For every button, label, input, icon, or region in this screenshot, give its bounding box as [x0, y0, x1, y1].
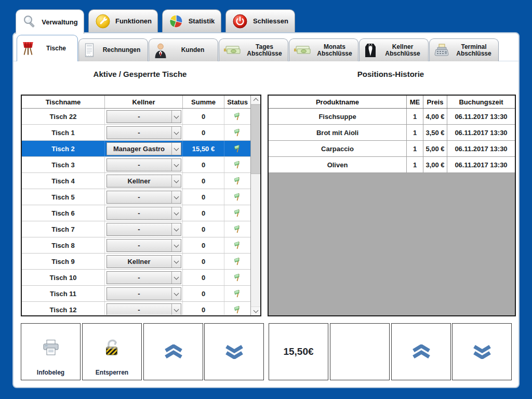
dropdown-arrow-button[interactable] [171, 288, 181, 300]
entsperren-button[interactable]: Entsperren [82, 323, 142, 380]
flag-icon [233, 257, 242, 266]
table-row-tisch-9[interactable]: Tisch 9Kellner0 [22, 254, 250, 270]
sub-tab-terminal-abschlusse[interactable]: TerminalAbschlüsse [429, 38, 499, 61]
right-section-title: Positions-Historie [268, 70, 514, 78]
kellner-dropdown[interactable]: - [107, 110, 181, 123]
kellner-dropdown[interactable]: - [107, 271, 181, 284]
sub-tab-rechnungen[interactable]: Rechnungen [78, 38, 148, 61]
kellner-dropdown[interactable]: - [107, 303, 181, 315]
dropdown-arrow-button[interactable] [171, 127, 181, 139]
table-row-tisch-4[interactable]: Tisch 4Kellner0 [22, 173, 250, 189]
column-header-preis: Preis [423, 96, 447, 108]
dropdown-arrow-button[interactable] [171, 159, 181, 171]
table-row-tisch-22[interactable]: Tisch 22-0 [22, 109, 250, 125]
dropdown-arrow-button[interactable] [171, 240, 181, 251]
kellner-dropdown-value: - [107, 113, 171, 121]
sub-tab-kunden[interactable]: Kunden [149, 38, 218, 61]
tischname-cell: Tisch 1 [22, 125, 105, 140]
main-tab-schliessen[interactable]: Schliessen [225, 9, 295, 32]
main-tab-verwaltung[interactable]: Verwaltung [16, 9, 84, 34]
tables-grid: TischnameKellnerSummeStatus Tisch 22-0Ti… [21, 95, 261, 316]
table-row-tisch-8[interactable]: Tisch 8-0 [22, 237, 250, 254]
column-header-tischname: Tischname [22, 96, 105, 108]
summe-cell: 0 [183, 254, 224, 269]
kellner-dropdown[interactable]: - [107, 191, 181, 204]
history-row-brot-mit-aioli[interactable]: Brot mit Aioli13,50 €06.11.2017 13:30 [269, 125, 515, 141]
kellner-cell: Manager Gastro [105, 141, 183, 156]
sub-tab-label: TerminalAbschlüsse [453, 44, 495, 57]
scrollbar-thumb[interactable] [251, 104, 260, 174]
chevron-down-icon [174, 145, 179, 151]
dropdown-arrow-button[interactable] [171, 175, 181, 187]
table-row-tisch-6[interactable]: Tisch 6-0 [22, 205, 250, 221]
kellner-dropdown-value: - [107, 209, 171, 217]
dropdown-arrow-button[interactable] [171, 191, 181, 203]
kellner-dropdown-value: - [107, 193, 171, 201]
status-cell [224, 205, 250, 221]
scrollbar-up-button[interactable] [251, 96, 260, 104]
kellner-cell: Kellner [105, 173, 183, 189]
chevron-down-icon [174, 162, 179, 167]
table-icon [21, 41, 35, 56]
chevron-down-icon [174, 226, 179, 231]
kellner-dropdown-value: Kellner [107, 258, 171, 265]
tables-scroll-down-button[interactable] [204, 323, 264, 380]
table-row-tisch-3[interactable]: Tisch 3-0 [22, 157, 250, 173]
tables-scrollbar[interactable] [250, 96, 260, 315]
dropdown-arrow-button[interactable] [171, 272, 181, 284]
dropdown-arrow-button[interactable] [171, 256, 181, 268]
kellner-dropdown[interactable]: - [107, 287, 181, 300]
main-tab-funktionen[interactable]: Funktionen [88, 9, 158, 32]
printer-icon [42, 339, 60, 356]
sub-tab-monats-abschlusse[interactable]: MonatsAbschlüsse [289, 38, 358, 61]
kellner-dropdown[interactable]: - [107, 126, 181, 139]
table-row-tisch-10[interactable]: Tisch 10-0 [22, 270, 250, 286]
kellner-cell: Kellner [105, 254, 183, 269]
history-scroll-up-button[interactable] [391, 323, 451, 380]
table-row-tisch-5[interactable]: Tisch 5-0 [22, 189, 250, 205]
tables-scroll-up-button[interactable] [143, 323, 203, 380]
position-history-grid: ProduktnameMEPreisBuchungszeit Fischsupp… [268, 95, 516, 316]
table-row-tisch-2[interactable]: Tisch 2Manager Gastro15,50 € [22, 141, 250, 157]
status-cell [224, 109, 250, 124]
kellner-dropdown[interactable]: - [107, 239, 181, 252]
dropdown-arrow-button[interactable] [171, 143, 181, 155]
kellner-dropdown[interactable]: - [107, 223, 181, 236]
dropdown-arrow-button[interactable] [171, 111, 181, 123]
chevron-down-icon [174, 210, 179, 215]
kellner-dropdown[interactable]: - [107, 158, 181, 171]
table-row-tisch-7[interactable]: Tisch 7-0 [22, 221, 250, 237]
kellner-dropdown[interactable]: Kellner [107, 255, 181, 268]
kellner-dropdown[interactable]: Kellner [107, 175, 181, 188]
sub-tab-tages-abschlusse[interactable]: TagesAbschlüsse [219, 38, 288, 61]
dropdown-arrow-button[interactable] [171, 304, 181, 315]
status-cell [224, 125, 250, 140]
flag-icon [233, 112, 242, 121]
main-tab-statistik[interactable]: Statistik [162, 9, 221, 32]
chevron-down-icon [174, 129, 179, 135]
status-cell [224, 173, 250, 189]
scrollbar-down-button[interactable] [251, 307, 260, 315]
tischname-cell: Tisch 9 [22, 254, 105, 269]
infobeleg-button[interactable]: Infobeleg [21, 323, 81, 380]
kellner-dropdown-value: - [107, 290, 171, 298]
history-row-carpaccio[interactable]: Carpaccio15,00 €06.11.2017 13:30 [269, 141, 515, 157]
kellner-cell: - [105, 157, 183, 172]
empty-button[interactable] [330, 323, 390, 380]
kellner-dropdown[interactable]: - [107, 207, 181, 220]
history-row-oliven[interactable]: Oliven13,00 €06.11.2017 13:30 [269, 157, 515, 173]
sub-tab-kellner-abschlusse[interactable]: KellnerAbschlüsse [359, 38, 429, 61]
column-header-me: ME [407, 96, 423, 108]
table-row-tisch-1[interactable]: Tisch 1-0 [22, 125, 250, 141]
sum-display-button[interactable]: 15,50€ [269, 323, 328, 380]
table-row-tisch-11[interactable]: Tisch 11-0 [22, 286, 250, 302]
dropdown-arrow-button[interactable] [171, 207, 181, 219]
table-row-tisch-12[interactable]: Tisch 12-0 [22, 302, 250, 315]
chevron-down-icon [174, 274, 179, 280]
history-row-fischsuppe[interactable]: Fischsuppe14,00 €06.11.2017 13:30 [269, 109, 515, 125]
kellner-dropdown[interactable]: Manager Gastro [107, 142, 181, 155]
history-scroll-down-button[interactable] [452, 323, 512, 380]
sub-tab-tische[interactable]: Tische [17, 35, 78, 61]
dropdown-arrow-button[interactable] [171, 223, 181, 235]
main-tab-label: Schliessen [252, 17, 289, 25]
